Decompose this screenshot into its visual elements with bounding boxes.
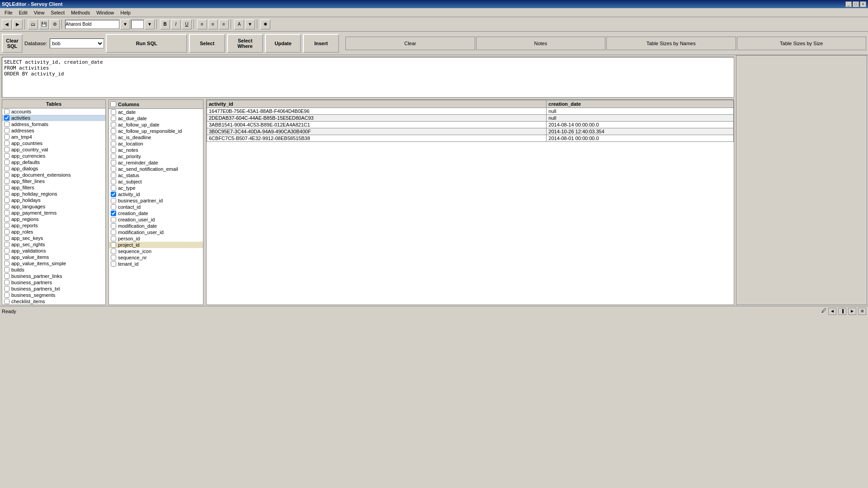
column-row[interactable]: ac_is_deadline xyxy=(109,134,203,141)
table-row[interactable]: app_document_extensions xyxy=(2,172,105,178)
table-row[interactable]: builds xyxy=(2,267,105,273)
table-row[interactable]: app_validations xyxy=(2,248,105,254)
maximize-button[interactable]: □ xyxy=(853,1,859,7)
table-checkbox[interactable] xyxy=(4,141,9,146)
column-row[interactable]: creation_user_id xyxy=(109,216,203,223)
tables-list[interactable]: accountsactivitiesaddress_formatsaddress… xyxy=(2,108,105,305)
column-checkbox[interactable] xyxy=(111,192,116,197)
table-row[interactable]: checklist_items xyxy=(2,298,105,305)
column-row[interactable]: ac_status xyxy=(109,172,203,178)
column-checkbox[interactable] xyxy=(111,122,116,127)
table-checkbox[interactable] xyxy=(4,185,9,190)
table-row[interactable]: addresses xyxy=(2,127,105,134)
column-row[interactable]: ac_follow_up_responsible_id xyxy=(109,128,203,134)
table-row[interactable]: app_filter_lines xyxy=(2,178,105,184)
table-row[interactable]: app_payment_terms xyxy=(2,210,105,216)
table-row[interactable]: app_countries xyxy=(2,140,105,146)
column-row[interactable]: modification_user_id xyxy=(109,229,203,235)
table-row[interactable]: app_languages xyxy=(2,203,105,210)
column-row[interactable]: ac_notes xyxy=(109,147,203,153)
table-checkbox[interactable] xyxy=(4,160,9,165)
results-row[interactable]: 3B0C95E7-3C44-40DA-94A9-490CA30B400F2014… xyxy=(207,128,734,135)
table-row[interactable]: app_holidays xyxy=(2,197,105,203)
menu-window[interactable]: Window xyxy=(94,9,117,16)
column-row[interactable]: tenant_id xyxy=(109,261,203,267)
column-row[interactable]: sequence_nr xyxy=(109,254,203,261)
menu-help[interactable]: Help xyxy=(118,9,133,16)
table-row[interactable]: app_sec_rights xyxy=(2,241,105,248)
column-checkbox[interactable] xyxy=(111,128,116,134)
table-row[interactable]: accounts xyxy=(2,108,105,115)
table-checkbox[interactable] xyxy=(4,115,9,121)
column-row[interactable]: activity_id xyxy=(109,191,203,197)
status-btn-3[interactable]: ▶ xyxy=(848,308,856,315)
column-checkbox[interactable] xyxy=(111,179,116,184)
titlebar-controls[interactable]: _ □ × xyxy=(845,1,866,7)
table-checkbox[interactable] xyxy=(4,216,9,222)
tb-btn-2[interactable]: 💾 xyxy=(39,19,49,29)
notes-button[interactable]: Notes xyxy=(476,37,605,50)
insert-button[interactable]: Insert xyxy=(303,34,339,53)
table-checkbox[interactable] xyxy=(4,147,9,152)
table-checkbox[interactable] xyxy=(4,299,9,304)
tb-underline-button[interactable]: U xyxy=(182,19,192,29)
column-checkbox[interactable] xyxy=(111,116,116,121)
column-checkbox[interactable] xyxy=(111,141,116,146)
status-btn-2[interactable]: ▐ xyxy=(838,308,846,315)
menu-edit[interactable]: Edit xyxy=(16,9,30,16)
column-checkbox[interactable] xyxy=(111,236,116,241)
table-checkbox[interactable] xyxy=(4,197,9,203)
table-row[interactable]: business_partners xyxy=(2,279,105,286)
column-checkbox[interactable] xyxy=(111,223,116,229)
results-row[interactable]: 6CBFC7C5-B507-4E32-9912-08EB58515B382014… xyxy=(207,135,734,142)
columns-list[interactable]: ac_dateac_due_dateac_follow_up_dateac_fo… xyxy=(109,109,203,305)
columns-select-all-checkbox[interactable] xyxy=(110,101,116,107)
table-checkbox[interactable] xyxy=(4,286,9,291)
table-row[interactable]: app_defaults xyxy=(2,159,105,165)
table-row[interactable]: business_partner_links xyxy=(2,273,105,279)
column-row[interactable]: ac_priority xyxy=(109,153,203,160)
tb-extra-button[interactable]: ✱ xyxy=(260,19,270,29)
results-row[interactable]: 16477E0B-756E-43A1-88AB-F4064D4B0E96null xyxy=(207,108,734,115)
results-row[interactable]: 2DEDAB37-604C-44AE-B85B-15E5ED80AC93null xyxy=(207,115,734,122)
column-checkbox[interactable] xyxy=(111,255,116,260)
close-button[interactable]: × xyxy=(860,1,866,7)
menu-file[interactable]: File xyxy=(2,9,15,16)
sql-editor[interactable] xyxy=(2,57,734,98)
table-row[interactable]: app_value_items xyxy=(2,254,105,260)
table-row[interactable]: address_formats xyxy=(2,121,105,127)
table-checkbox[interactable] xyxy=(4,248,9,253)
column-checkbox[interactable] xyxy=(111,109,116,115)
tb-align-left[interactable]: ≡ xyxy=(197,19,207,29)
column-row[interactable]: project_id xyxy=(109,242,203,248)
tb-btn-3[interactable]: ⚙ xyxy=(50,19,60,29)
tb-bold-button[interactable]: B xyxy=(160,19,170,29)
table-checkbox[interactable] xyxy=(4,267,9,272)
column-checkbox[interactable] xyxy=(111,217,116,222)
column-row[interactable]: creation_date xyxy=(109,210,203,216)
column-row[interactable]: ac_send_notification_email xyxy=(109,166,203,172)
font-size-input[interactable] xyxy=(131,20,144,29)
table-row[interactable]: business_partners_txt xyxy=(2,286,105,292)
table-checkbox[interactable] xyxy=(4,261,9,266)
clear-button[interactable]: Clear xyxy=(345,37,475,50)
table-checkbox[interactable] xyxy=(4,254,9,260)
table-checkbox[interactable] xyxy=(4,280,9,285)
table-checkbox[interactable] xyxy=(4,242,9,247)
database-select[interactable]: bob xyxy=(50,38,104,48)
table-row[interactable]: app_filters xyxy=(2,184,105,191)
table-row[interactable]: app_roles xyxy=(2,229,105,235)
menu-view[interactable]: View xyxy=(31,9,47,16)
column-row[interactable]: contact_id xyxy=(109,204,203,210)
column-row[interactable]: ac_follow_up_date xyxy=(109,122,203,128)
select-button[interactable]: Select xyxy=(189,34,225,53)
table-sizes-by-size-button[interactable]: Table Sizes by Size xyxy=(737,37,866,50)
table-checkbox[interactable] xyxy=(4,134,9,140)
column-row[interactable]: ac_reminder_date xyxy=(109,160,203,166)
tb-align-center[interactable]: ≡ xyxy=(208,19,218,29)
column-checkbox[interactable] xyxy=(111,160,116,165)
column-checkbox[interactable] xyxy=(111,185,116,191)
table-checkbox[interactable] xyxy=(4,229,9,235)
column-checkbox[interactable] xyxy=(111,135,116,140)
column-row[interactable]: ac_type xyxy=(109,185,203,191)
